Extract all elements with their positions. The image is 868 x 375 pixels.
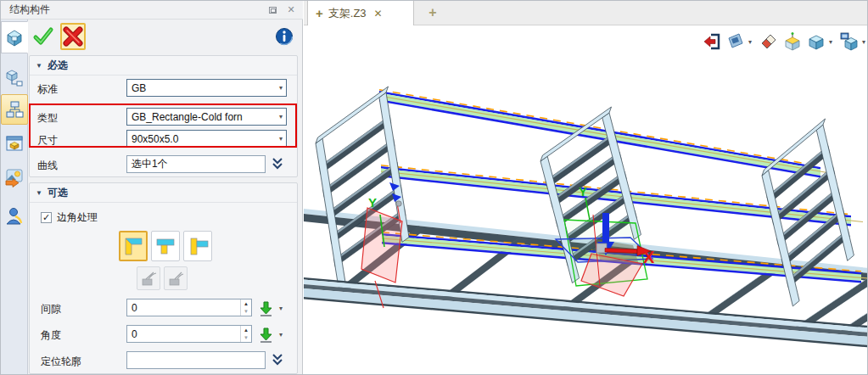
panel-close-button[interactable]: ✕ — [284, 4, 298, 16]
sidebar-item-role-manager[interactable] — [1, 201, 28, 230]
butt-joint-horizontal-icon — [154, 234, 177, 258]
multi-view-button[interactable] — [838, 31, 860, 53]
double-chevron-down-icon — [271, 353, 284, 367]
datum-pin-button[interactable] — [781, 31, 804, 53]
type-select[interactable]: GB_Rectangle-Cold forn ▾ — [126, 108, 287, 126]
multi-view-caret[interactable]: ▾ — [862, 38, 868, 46]
manager-sidebar — [1, 20, 28, 375]
display-mode-caret[interactable]: ▾ — [829, 38, 837, 46]
wireframe-cube-icon — [4, 68, 25, 88]
standard-select[interactable]: GB ▾ — [126, 79, 287, 97]
document-tabbar: + 支架.Z3 ✕ + — [304, 1, 868, 25]
chevron-down-icon: ▾ — [279, 84, 283, 92]
gap-options-caret[interactable]: ▾ — [279, 305, 283, 312]
angle-import-button[interactable] — [257, 327, 274, 347]
size-select[interactable]: 90x50x5.0 ▾ — [126, 130, 287, 148]
cube-icon — [4, 27, 25, 48]
optional-section-header[interactable]: ▼ 可选 — [30, 183, 297, 203]
green-import-arrow-icon — [257, 327, 274, 344]
trim-extend-icon — [166, 269, 185, 288]
curve-end-marker — [396, 201, 401, 206]
restore-icon — [269, 7, 277, 14]
sidebar-item-view-manager[interactable] — [1, 130, 28, 157]
profile-row: 定位轮廓 — [41, 355, 81, 369]
spin-down-icon[interactable]: ▼ — [241, 308, 251, 316]
corner-miter-button[interactable] — [119, 231, 148, 261]
zw3d-window: 结构构件 ✕ — [0, 0, 868, 375]
erase-button[interactable] — [758, 31, 780, 53]
tab-plus-icon: + — [316, 6, 323, 20]
sidebar-item-visualization-manager[interactable] — [1, 162, 28, 193]
miter-joint-icon — [121, 234, 145, 258]
trim-extend-button-disabled[interactable] — [164, 266, 188, 290]
info-icon — [275, 27, 294, 46]
exit-icon — [702, 31, 722, 52]
tab-document[interactable]: + 支架.Z3 ✕ — [307, 1, 414, 25]
datum-plane-left — [361, 208, 402, 283]
model-scene: Y Y X — [304, 25, 868, 375]
graphics-viewport[interactable]: Y Y X — [304, 25, 868, 375]
gap-row: 间隙 — [41, 302, 61, 316]
pin-box-icon — [782, 31, 803, 52]
trim-weld-button-disabled[interactable] — [137, 266, 160, 290]
angle-spinner: ▲ ▼ — [240, 326, 251, 342]
view-stamp-icon — [725, 31, 746, 52]
corner-treatment-checkbox[interactable]: ✓ — [41, 212, 52, 223]
panel-float-button[interactable] — [266, 4, 279, 16]
trim-weld-icon — [139, 269, 158, 288]
ok-button[interactable] — [31, 25, 55, 48]
structural-member-panel: ▼ 必选 标准 GB ▾ 类型 GB_Rectangle-Cold forn ▾… — [28, 20, 303, 375]
size-row: 尺寸 — [37, 133, 58, 148]
required-section-header[interactable]: ▼ 必选 — [30, 56, 297, 76]
collapse-triangle-icon: ▼ — [36, 189, 42, 197]
angle-options-caret[interactable]: ▾ — [279, 331, 283, 339]
spin-down-icon[interactable]: ▼ — [241, 334, 251, 343]
spin-up-icon[interactable]: ▲ — [241, 326, 251, 334]
angle-input[interactable]: 0 ▲ ▼ — [126, 325, 252, 343]
view-window-icon — [4, 133, 25, 154]
double-chevron-down-icon — [271, 157, 284, 171]
profile-input[interactable] — [126, 351, 266, 369]
axis-x-label: X — [643, 248, 655, 266]
display-mode-button[interactable] — [805, 31, 827, 53]
structural-member-panel-titlebar: 结构构件 ✕ — [1, 1, 303, 20]
view-orientation-caret[interactable]: ▾ — [748, 38, 756, 46]
gap-import-button[interactable] — [257, 300, 274, 321]
axis-y-label-center: Y — [579, 184, 587, 199]
view-orientation-button[interactable] — [725, 31, 747, 53]
curve-input[interactable]: 选中1个 — [126, 155, 266, 173]
curve-row: 曲线 — [37, 159, 58, 173]
corner-butt1-button[interactable] — [151, 231, 180, 261]
exit-button[interactable] — [701, 31, 723, 53]
info-button[interactable] — [274, 26, 294, 47]
panel-action-toolbar — [28, 20, 302, 53]
angle-row: 角度 — [41, 328, 61, 343]
shaded-cube-icon — [806, 31, 826, 52]
check-icon — [32, 25, 54, 48]
person-icon — [4, 205, 25, 226]
profile-expand-button[interactable] — [271, 353, 284, 370]
view-toolbar: ▾ — [701, 31, 868, 53]
chevron-down-icon: ▾ — [279, 113, 283, 120]
type-row: 类型 — [37, 111, 58, 126]
hierarchy-icon — [4, 99, 25, 120]
sidebar-item-shape-manager[interactable] — [1, 21, 28, 53]
gap-input[interactable]: 0 ▲ ▼ — [126, 299, 252, 316]
axis-y-label-left: Y — [368, 195, 377, 210]
green-import-arrow-icon — [257, 300, 274, 317]
butt-joint-vertical-icon — [186, 234, 210, 258]
sidebar-item-assembly-manager[interactable] — [1, 65, 28, 91]
sidebar-item-history-manager[interactable] — [1, 94, 28, 125]
corner-butt2-button[interactable] — [183, 231, 212, 261]
spin-up-icon[interactable]: ▲ — [241, 299, 251, 308]
tab-title: 支架.Z3 — [328, 6, 367, 21]
new-tab-button[interactable]: + — [424, 4, 441, 21]
corner-treatment-row: ✓ 边角处理 — [41, 210, 98, 225]
red-x-icon — [63, 26, 83, 47]
gap-spinner: ▲ ▼ — [240, 299, 251, 316]
curve-expand-button[interactable] — [271, 157, 284, 174]
cancel-button[interactable] — [60, 23, 86, 50]
visualization-icon — [4, 167, 25, 188]
standard-row: 标准 — [37, 82, 58, 97]
tab-close-icon[interactable]: ✕ — [374, 8, 383, 20]
